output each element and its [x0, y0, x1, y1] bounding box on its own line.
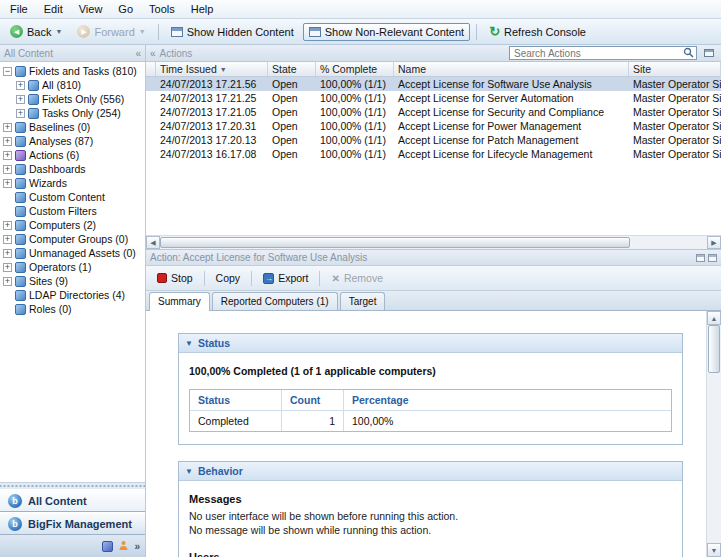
menu-file[interactable]: File	[2, 1, 36, 17]
status-table-body: Completed1100,00%	[190, 411, 671, 431]
tree-item-operators-1[interactable]: +Operators (1)	[0, 260, 145, 274]
expand-node-icon[interactable]: +	[3, 137, 12, 146]
chevron-double-icon[interactable]: »	[134, 541, 140, 552]
menu-tools[interactable]: Tools	[141, 1, 183, 17]
table-cell: 100,00% (1/1)	[316, 105, 394, 119]
vscroll-track[interactable]	[707, 325, 721, 543]
tree-item-label: Custom Filters	[29, 205, 97, 217]
expand-node-icon[interactable]: +	[3, 235, 12, 244]
expand-node-icon[interactable]: +	[16, 95, 25, 104]
tree-item-tasks-only-254[interactable]: +Tasks Only (254)	[0, 106, 145, 120]
column-header-complete[interactable]: % Complete	[316, 62, 394, 76]
table-row[interactable]: 24/07/2013 17.21.25Open100,00% (1/1)Acce…	[146, 91, 721, 105]
table-row[interactable]: 24/07/2013 17.20.31Open100,00% (1/1)Acce…	[146, 119, 721, 133]
hscroll-thumb[interactable]	[160, 237, 630, 248]
expand-node-icon[interactable]: +	[16, 109, 25, 118]
console-status-icon[interactable]	[102, 541, 113, 552]
tree-item-label: Computers (2)	[29, 219, 96, 231]
nav-all-content[interactable]: bAll Content	[0, 489, 145, 512]
toolbar-separator	[158, 24, 159, 40]
vertical-scrollbar[interactable]: ▲ ▼	[706, 311, 721, 557]
hscroll-track[interactable]	[160, 236, 707, 249]
tab-summary[interactable]: Summary	[149, 292, 210, 311]
behavior-section-header[interactable]: ▼ Behavior	[179, 462, 682, 481]
menu-view[interactable]: View	[71, 1, 111, 17]
tree-item-computer-groups-0[interactable]: +Computer Groups (0)	[0, 232, 145, 246]
search-icon[interactable]	[683, 47, 694, 60]
expand-node-icon[interactable]: +	[3, 151, 12, 160]
tree-item-sites-9[interactable]: +Sites (9)	[0, 274, 145, 288]
status-section-title: Status	[198, 337, 230, 349]
show-hidden-content-button[interactable]: Show Hidden Content	[165, 23, 300, 41]
tree-item-custom-content[interactable]: Custom Content	[0, 190, 145, 204]
menu-edit[interactable]: Edit	[36, 1, 71, 17]
collapse-list-icon[interactable]: «	[150, 48, 156, 59]
tab-target[interactable]: Target	[340, 292, 386, 310]
scroll-down-icon[interactable]: ▼	[707, 543, 721, 557]
column-header-site[interactable]: Site	[629, 62, 721, 76]
tree-item-roles-0[interactable]: Roles (0)	[0, 302, 145, 316]
column-header-name[interactable]: Name	[394, 62, 629, 76]
splitter-grip[interactable]	[0, 482, 145, 489]
tree-item-ldap-directories-4[interactable]: LDAP Directories (4)	[0, 288, 145, 302]
horizontal-scrollbar[interactable]: ◀ ▶	[146, 235, 721, 249]
tree-item-fixlets-and-tasks-810[interactable]: −Fixlets and Tasks (810)	[0, 64, 145, 78]
table-row[interactable]: 24/07/2013 17.21.56Open100,00% (1/1)Acce…	[146, 77, 721, 91]
expand-node-icon[interactable]: +	[16, 81, 25, 90]
column-header-time-issued[interactable]: Time Issued▼	[156, 62, 268, 76]
expand-node-icon[interactable]: +	[3, 249, 12, 258]
status-section-header[interactable]: ▼ Status	[179, 334, 682, 353]
bigfix-logo-icon: b	[8, 517, 22, 531]
table-cell: Accept License for Lifecycle Management	[394, 147, 629, 161]
scroll-right-icon[interactable]: ▶	[707, 236, 721, 249]
behavior-section-title: Behavior	[198, 465, 243, 477]
tree-item-dashboards[interactable]: +Dashboards	[0, 162, 145, 176]
forward-button[interactable]: ▶ Forward ▼	[71, 22, 151, 41]
collapse-sidebar-icon[interactable]: «	[135, 48, 141, 59]
search-box	[509, 46, 697, 60]
expand-node-icon[interactable]: +	[3, 165, 12, 174]
operator-icon[interactable]	[118, 540, 129, 553]
back-button[interactable]: ◀ Back ▼	[4, 22, 68, 41]
maximize-panel-icon[interactable]	[708, 254, 717, 262]
vscroll-thumb[interactable]	[708, 325, 720, 373]
collapse-node-icon[interactable]: −	[3, 67, 12, 76]
tree-item-analyses-87[interactable]: +Analyses (87)	[0, 134, 145, 148]
expand-node-icon[interactable]: +	[3, 123, 12, 132]
forward-dropdown-icon[interactable]: ▼	[139, 28, 146, 35]
copy-button[interactable]: Copy	[209, 269, 248, 287]
tree-item-custom-filters[interactable]: Custom Filters	[0, 204, 145, 218]
tree-item-unmanaged-assets-0[interactable]: +Unmanaged Assets (0)	[0, 246, 145, 260]
tree-item-wizards[interactable]: +Wizards	[0, 176, 145, 190]
table-cell: Open	[268, 77, 316, 91]
table-row[interactable]: 24/07/2013 17.20.13Open100,00% (1/1)Acce…	[146, 133, 721, 147]
back-dropdown-icon[interactable]: ▼	[55, 28, 62, 35]
show-nonrelevant-content-button[interactable]: Show Non-Relevant Content	[303, 23, 470, 41]
export-button[interactable]: →Export	[256, 269, 315, 287]
expand-node-icon[interactable]: +	[3, 221, 12, 230]
stop-button[interactable]: Stop	[150, 269, 200, 287]
tree-item-baselines-0[interactable]: +Baselines (0)	[0, 120, 145, 134]
expand-node-icon[interactable]: +	[3, 263, 12, 272]
expand-node-icon[interactable]: +	[3, 179, 12, 188]
tree-item-computers-2[interactable]: +Computers (2)	[0, 218, 145, 232]
table-row[interactable]: 24/07/2013 16.17.08Open100,00% (1/1)Acce…	[146, 147, 721, 161]
tree-item-fixlets-only-556[interactable]: +Fixlets Only (556)	[0, 92, 145, 106]
menu-go[interactable]: Go	[110, 1, 141, 17]
nav-bigfix-management[interactable]: bBigFix Management	[0, 512, 145, 535]
remove-button[interactable]: ✕Remove	[324, 269, 390, 287]
scroll-left-icon[interactable]: ◀	[146, 236, 160, 249]
sort-desc-icon: ▼	[220, 66, 227, 73]
search-input[interactable]	[509, 46, 697, 60]
expand-node-icon[interactable]: +	[3, 277, 12, 286]
undock-panel-icon[interactable]	[704, 49, 714, 57]
menu-help[interactable]: Help	[183, 1, 222, 17]
column-header-state[interactable]: State	[268, 62, 316, 76]
tab-reported-computers-1[interactable]: Reported Computers (1)	[212, 292, 338, 310]
refresh-console-button[interactable]: ↻ Refresh Console	[483, 23, 592, 41]
table-row[interactable]: 24/07/2013 17.21.05Open100,00% (1/1)Acce…	[146, 105, 721, 119]
scroll-up-icon[interactable]: ▲	[707, 311, 721, 325]
float-window-icon[interactable]	[696, 254, 705, 262]
tree-item-actions-6[interactable]: +Actions (6)	[0, 148, 145, 162]
tree-item-all-810[interactable]: +All (810)	[0, 78, 145, 92]
